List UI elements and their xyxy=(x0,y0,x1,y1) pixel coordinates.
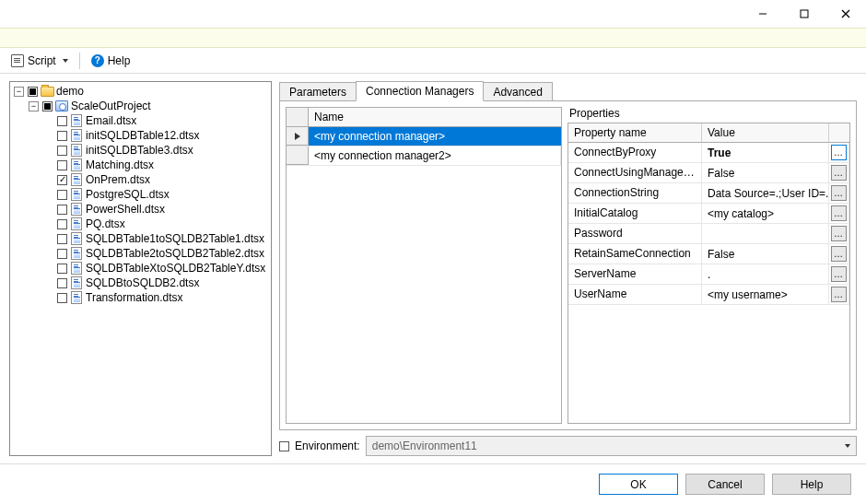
ellipsis-button[interactable]: … xyxy=(831,185,847,201)
property-value-cell[interactable]: . xyxy=(702,264,829,284)
package-icon xyxy=(69,203,84,216)
property-value-cell[interactable] xyxy=(702,224,829,243)
package-checkbox[interactable] xyxy=(57,278,67,288)
property-value-cell[interactable]: <my username> xyxy=(702,285,829,304)
project-icon xyxy=(54,100,69,112)
ellipsis-button[interactable]: … xyxy=(831,205,847,221)
property-name-cell: ConnectUsingManagedIdentity xyxy=(568,163,702,182)
property-row[interactable]: ConnectUsingManagedIdentityFalse… xyxy=(568,163,849,183)
collapse-icon[interactable]: − xyxy=(29,101,39,111)
environment-label: Environment: xyxy=(295,440,360,452)
close-button[interactable] xyxy=(825,0,866,28)
ellipsis-button[interactable]: … xyxy=(831,165,847,181)
property-value-cell[interactable]: Data Source=.;User ID=... xyxy=(702,183,829,203)
package-checkbox[interactable] xyxy=(57,205,67,215)
tree-package-row[interactable]: OnPrem.dtsx xyxy=(43,172,269,187)
property-row[interactable]: InitialCatalog<my catalog>… xyxy=(568,204,849,224)
property-name-cell: Password xyxy=(568,224,702,243)
cm-row[interactable]: <my connection manager2> xyxy=(287,147,561,166)
package-label: SQLDBTable1toSQLDB2Table1.dtsx xyxy=(86,231,264,246)
tree-package-row[interactable]: SQLDBTableXtoSQLDB2TableY.dtsx xyxy=(43,261,269,275)
ellipsis-button[interactable]: … xyxy=(831,287,847,302)
package-checkbox[interactable] xyxy=(57,249,67,259)
tree-package-row[interactable]: SQLDBTable2toSQLDB2Table2.dtsx xyxy=(43,246,269,261)
property-row[interactable]: ConnectByProxyTrue… xyxy=(568,143,849,163)
minimize-button[interactable] xyxy=(742,0,783,28)
package-label: PowerShell.dtsx xyxy=(86,202,165,217)
maximize-button[interactable] xyxy=(783,0,825,28)
props-header-value[interactable]: Value xyxy=(702,123,829,143)
property-row[interactable]: ConnectionStringData Source=.;User ID=..… xyxy=(568,183,849,204)
collapse-icon[interactable]: − xyxy=(14,87,24,97)
cm-row[interactable]: <my connection manager> xyxy=(287,127,561,147)
folder-icon xyxy=(40,85,54,98)
package-checkbox[interactable] xyxy=(57,160,67,170)
ok-button[interactable]: OK xyxy=(599,474,678,495)
help-toolbar-button[interactable]: ? Help xyxy=(88,53,135,69)
package-checkbox[interactable] xyxy=(57,234,67,244)
package-icon xyxy=(69,114,84,127)
package-checkbox[interactable] xyxy=(57,219,67,229)
environment-row: Environment: demo\Environment11 xyxy=(279,430,857,456)
tree-root-label: demo xyxy=(56,84,84,99)
ellipsis-button[interactable]: … xyxy=(831,246,847,262)
tree-package-row[interactable]: PQ.dtsx xyxy=(43,217,269,231)
package-icon xyxy=(69,262,84,275)
package-checkbox[interactable] xyxy=(57,264,67,274)
project-tree[interactable]: − demo − ScaleOutProject xyxy=(9,81,272,456)
cm-header-name[interactable]: Name xyxy=(309,108,561,127)
package-label: initSQLDBTable12.dtsx xyxy=(86,128,199,143)
tree-package-row[interactable]: SQLDBtoSQLDB2.dtsx xyxy=(43,275,269,290)
property-row[interactable]: UserName<my username>… xyxy=(568,285,849,305)
ellipsis-button[interactable]: … xyxy=(831,226,847,241)
property-value-cell[interactable]: <my catalog> xyxy=(702,204,829,223)
info-strip xyxy=(0,28,866,48)
help-button[interactable]: Help xyxy=(772,474,851,495)
property-ellipsis-cell: … xyxy=(829,285,849,304)
tab-advanced[interactable]: Advanced xyxy=(483,82,552,101)
property-ellipsis-cell: … xyxy=(829,264,849,284)
tab-connection-managers[interactable]: Connection Managers xyxy=(356,81,484,101)
package-label: SQLDBTableXtoSQLDB2TableY.dtsx xyxy=(86,261,265,275)
tree-package-row[interactable]: SQLDBTable1toSQLDB2Table1.dtsx xyxy=(43,231,269,246)
tree-package-row[interactable]: Email.dtsx xyxy=(43,113,269,128)
property-value-cell[interactable]: False xyxy=(702,244,829,264)
tab-parameters[interactable]: Parameters xyxy=(279,82,357,101)
package-checkbox[interactable] xyxy=(57,131,67,141)
package-checkbox[interactable] xyxy=(57,146,67,156)
property-name-cell: ConnectionString xyxy=(568,183,702,203)
property-row[interactable]: ServerName.… xyxy=(568,264,849,285)
tree-package-row[interactable]: Transformation.dtsx xyxy=(43,290,269,305)
package-label: Matching.dtsx xyxy=(86,158,154,172)
package-icon xyxy=(69,291,84,304)
tree-package-row[interactable]: PowerShell.dtsx xyxy=(43,202,269,217)
property-value-cell[interactable]: True xyxy=(702,143,829,162)
props-header-name[interactable]: Property name xyxy=(568,123,702,143)
ellipsis-button[interactable]: … xyxy=(831,266,847,282)
cancel-button[interactable]: Cancel xyxy=(685,474,765,495)
tree-package-row[interactable]: PostgreSQL.dtsx xyxy=(43,187,269,202)
connection-managers-list: Name <my connection manager><my connecti… xyxy=(286,107,562,424)
tree-root-checkbox[interactable] xyxy=(28,87,38,97)
dialog-window: Script ? Help − demo xyxy=(0,0,866,504)
ellipsis-button[interactable]: … xyxy=(831,145,847,160)
environment-select[interactable]: demo\Environment11 xyxy=(366,436,857,456)
tree-root-row[interactable]: − demo xyxy=(14,84,269,99)
tree-project-checkbox[interactable] xyxy=(42,101,53,111)
tree-package-row[interactable]: initSQLDBTable3.dtsx xyxy=(43,143,269,158)
package-checkbox[interactable] xyxy=(57,190,67,200)
chevron-down-icon xyxy=(845,444,850,448)
package-checkbox[interactable] xyxy=(57,293,67,303)
tree-project-row[interactable]: − ScaleOutProject xyxy=(29,99,269,113)
package-checkbox[interactable] xyxy=(57,116,67,126)
svg-marker-4 xyxy=(295,133,300,140)
tree-package-row[interactable]: Matching.dtsx xyxy=(43,158,269,172)
script-button[interactable]: Script xyxy=(7,53,72,69)
property-row[interactable]: RetainSameConnectionFalse… xyxy=(568,244,849,264)
package-icon xyxy=(69,217,84,230)
property-value-cell[interactable]: False xyxy=(702,163,829,182)
property-row[interactable]: Password… xyxy=(568,224,849,244)
tree-package-row[interactable]: initSQLDBTable12.dtsx xyxy=(43,128,269,143)
package-checkbox[interactable] xyxy=(57,175,67,185)
environment-checkbox[interactable] xyxy=(279,441,289,451)
